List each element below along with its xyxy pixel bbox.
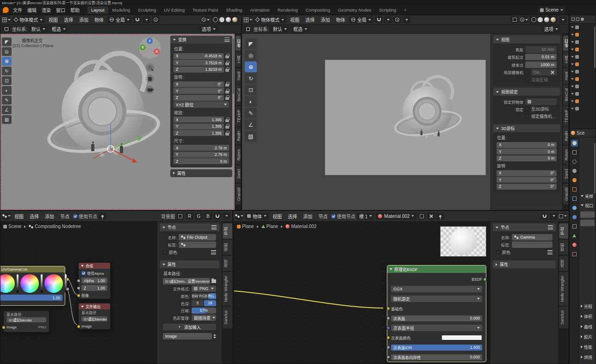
xray-toggle-button[interactable]: [511, 16, 519, 23]
input-slot-field[interactable]: Image: [163, 333, 212, 339]
color-balance-node-header[interactable]: UV/GammaCob: [0, 266, 65, 272]
filter-icon[interactable]: [571, 18, 575, 21]
snap-toggle-button[interactable]: [540, 213, 548, 220]
snap-options-dropdown[interactable]: [223, 213, 230, 220]
distribution-dropdown[interactable]: GGX: [391, 286, 482, 292]
lock-icon[interactable]: [225, 61, 229, 65]
outliner-row[interactable]: [570, 53, 596, 61]
axis-x-negative-handle[interactable]: [142, 52, 147, 57]
lock-icon[interactable]: [225, 82, 229, 86]
editor-type-button[interactable]: [244, 16, 252, 23]
scene-selector[interactable]: Scene: [538, 6, 565, 13]
search-icon[interactable]: [581, 18, 584, 21]
dim-z-field[interactable]: Z0 m: [174, 158, 229, 164]
sidebar-tab-view[interactable]: 视图: [559, 240, 568, 255]
base-path-field[interactable]: G:\虚幻blen...设置\renders\: [163, 278, 210, 284]
channel-r-button[interactable]: R: [186, 213, 193, 220]
subsurface-radius-dropdown[interactable]: 次表面半径: [391, 325, 482, 331]
zoom-button[interactable]: [146, 63, 154, 72]
pin-button[interactable]: [99, 213, 106, 220]
breadcrumb-scene[interactable]: Scene: [8, 224, 21, 229]
editor-type-button[interactable]: [235, 213, 243, 220]
label-field[interactable]: [179, 241, 216, 248]
rendered-shading-button[interactable]: [551, 17, 556, 22]
orientation-default-dropdown[interactable]: 默认: [29, 25, 48, 32]
outliner-row[interactable]: [570, 31, 596, 38]
sidebar-tab-redh[interactable]: RedH: [236, 127, 241, 145]
sidebar-tab-sanct[interactable]: Sanct: [236, 165, 241, 183]
format-dropdown[interactable]: PNG: [192, 285, 216, 292]
sidebar-tab-tool[interactable]: 工具: [563, 52, 568, 67]
object-properties-tab[interactable]: [571, 186, 578, 193]
local-camera-checkbox[interactable]: [525, 70, 529, 74]
pan-button[interactable]: [146, 74, 154, 83]
dim-y-field[interactable]: Y2.79 m: [174, 152, 229, 158]
menu-node[interactable]: 节点: [316, 213, 330, 220]
samples-field[interactable]: [580, 211, 595, 218]
expand-icon[interactable]: [571, 100, 574, 102]
menu-view[interactable]: 视图: [12, 213, 26, 220]
menu-file[interactable]: 文件: [11, 6, 25, 13]
bake-panel[interactable]: 烘焙: [579, 353, 596, 361]
gamma-color-wheel[interactable]: [20, 274, 39, 293]
composite-node-header[interactable]: 合成: [79, 263, 110, 269]
texture-properties-tab[interactable]: [571, 251, 578, 258]
tool-annotate-button[interactable]: [2, 96, 12, 105]
depth-8-button[interactable]: 8: [192, 300, 204, 306]
menu-object[interactable]: 物体: [334, 16, 348, 23]
rotation-mode-dropdown[interactable]: XYZ 欧拉: [174, 101, 229, 108]
samples-field-2[interactable]: [580, 220, 595, 226]
slot-dropdown[interactable]: 槽 1: [357, 213, 374, 220]
node-panel-header[interactable]: 节点: [493, 223, 556, 231]
sidebar-tab-textop[interactable]: TExtoP: [563, 106, 568, 126]
sidebar-tab-rizom[interactable]: Rizom: [236, 146, 241, 164]
workspace-tab-shading[interactable]: Shading: [223, 6, 246, 14]
output-properties-tab[interactable]: [571, 149, 578, 156]
expand-icon[interactable]: [571, 49, 574, 50]
scale-z-field[interactable]: Z1.395: [174, 130, 224, 136]
properties-scrollbar[interactable]: [594, 143, 596, 194]
outliner-row[interactable]: [570, 98, 596, 105]
node-properties-header[interactable]: 属性: [160, 260, 219, 268]
sidebar-tab-tool[interactable]: 工具: [236, 52, 241, 67]
unlink-material-button[interactable]: [427, 213, 435, 220]
image-input-socket[interactable]: [2, 326, 6, 329]
tool-transform-button[interactable]: [2, 86, 12, 95]
expand-icon[interactable]: [571, 78, 574, 80]
shading-options-dropdown[interactable]: [559, 16, 567, 23]
select-tool-dropdown[interactable]: 框选: [50, 25, 68, 32]
mode-dropdown[interactable]: 物体模式: [254, 16, 286, 23]
sampling-panel-header[interactable]: 采样: [579, 192, 596, 200]
menu-add[interactable]: 添加: [77, 16, 91, 23]
wireframe-shading-button[interactable]: [531, 17, 536, 22]
tool-add-cube-button[interactable]: [245, 131, 257, 142]
expand-icon[interactable]: [571, 86, 574, 87]
menu-select[interactable]: 选择: [62, 16, 75, 23]
world-properties-tab[interactable]: [571, 177, 578, 184]
panel-menu-icon[interactable]: [211, 225, 217, 229]
menu-view[interactable]: 视图: [46, 16, 60, 23]
pin-button[interactable]: [436, 213, 444, 220]
rotation-y-field[interactable]: Y0°: [174, 88, 224, 94]
data-properties-tab[interactable]: [571, 232, 578, 239]
axis-z-handle[interactable]: Z: [147, 38, 153, 44]
use-nodes-checkbox[interactable]: [73, 214, 77, 218]
channel-g-button[interactable]: G: [195, 213, 203, 220]
composite-node[interactable]: 合成 使用Alpha Alpha1.00 Z1.00 图像: [78, 262, 111, 299]
node-color-checkbox[interactable]: [496, 250, 500, 254]
rgba-button[interactable]: RG..: [208, 293, 216, 299]
axis-y-handle[interactable]: Y: [140, 44, 146, 50]
subsurface-slider[interactable]: 次表面0.000: [391, 315, 482, 321]
expand-icon[interactable]: [571, 71, 574, 73]
name-field[interactable]: Gamma: [512, 234, 553, 241]
outliner-row[interactable]: [570, 24, 596, 31]
menu-view[interactable]: 视图: [270, 213, 284, 220]
workspace-tab-modeling[interactable]: Modeling: [109, 6, 134, 14]
expand-icon[interactable]: [571, 63, 574, 65]
snap-options-dropdown[interactable]: [384, 16, 392, 23]
overlays-dropdown[interactable]: [520, 16, 528, 23]
workspace-tab-geometry-nodes[interactable]: Geometry Nodes: [334, 6, 375, 14]
gain-color-wheel[interactable]: [44, 274, 63, 293]
outliner-row[interactable]: [570, 68, 596, 75]
clear-icon[interactable]: [550, 70, 554, 74]
